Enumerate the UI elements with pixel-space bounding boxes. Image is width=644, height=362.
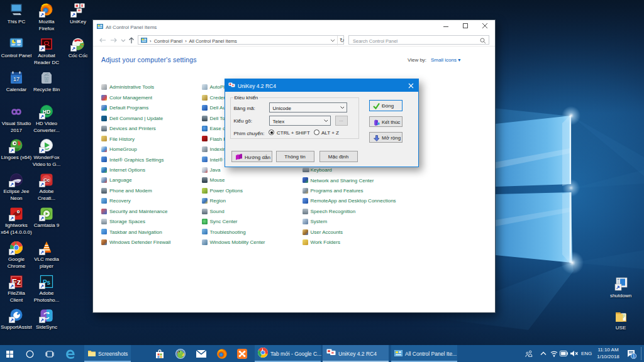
svg-text:17: 17 (13, 76, 19, 82)
svg-text:1: 1 (633, 354, 635, 358)
